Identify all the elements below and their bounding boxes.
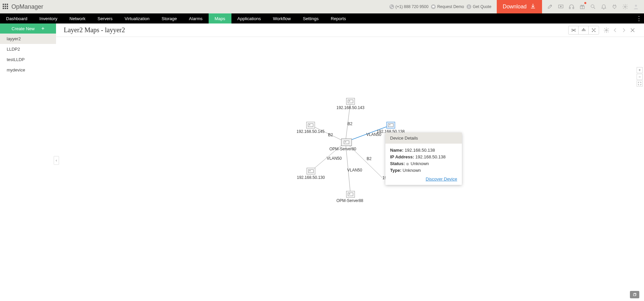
node-label: OPM-Server88 (336, 198, 363, 203)
tool-icons (545, 0, 641, 13)
plug-icon[interactable] (609, 0, 620, 13)
nav-item-storage[interactable]: Storage (156, 13, 183, 23)
map-node[interactable] (341, 139, 352, 146)
apps-grid-icon[interactable] (3, 4, 9, 10)
main-nav: DashboardInventoryNetworkServersVirtuali… (0, 13, 644, 23)
create-new-button[interactable]: Create New + (0, 23, 56, 34)
nav-item-virtualization[interactable]: Virtualization (119, 13, 156, 23)
top-bar: OpManager (+1) 888 720 9500 Request Demo… (0, 0, 644, 13)
footer-restore-icon[interactable] (630, 291, 639, 298)
layout-tree-icon[interactable] (579, 26, 589, 34)
svg-rect-31 (634, 294, 636, 296)
phone-link[interactable]: (+1) 888 720 9500 (389, 4, 428, 9)
layout-hier-icon[interactable] (589, 26, 599, 34)
demo-icon (431, 4, 436, 9)
phone-icon (389, 4, 394, 9)
map-node[interactable] (306, 122, 315, 129)
device-details-popover: Device Details Name: 192.168.50.138 IP A… (385, 133, 462, 185)
node-label: 192.168.50.143 (336, 105, 364, 110)
header-actions (568, 26, 637, 35)
node-label: 192.168.50.145 (297, 129, 324, 134)
nav-item-applications[interactable]: Applications (231, 13, 267, 23)
nav-item-network[interactable]: Network (63, 13, 92, 23)
bell-icon[interactable] (598, 0, 609, 13)
sidebar-item-lldp2[interactable]: LLDP2 (0, 44, 56, 54)
nav-item-dashboard[interactable]: Dashboard (0, 13, 34, 23)
search-icon[interactable] (588, 0, 598, 13)
layout-radial-icon[interactable] (569, 26, 579, 34)
sidebar: Create New + layyer2LLDP2testLLDPmydevic… (0, 23, 56, 301)
prev-icon[interactable] (611, 26, 619, 34)
plus-icon: + (41, 26, 44, 32)
top-right-links: (+1) 888 720 9500 Request Demo Get Quote… (389, 0, 641, 13)
create-new-label: Create New (12, 26, 35, 31)
popover-status-row: Status: Unknown (390, 161, 457, 166)
svg-rect-4 (569, 7, 570, 9)
settings-icon[interactable] (602, 26, 610, 34)
edge-label: B2 (328, 133, 333, 137)
phone-text: (+1) 888 720 9500 (395, 4, 428, 9)
presentation-icon[interactable] (555, 0, 566, 13)
map-node[interactable] (346, 191, 355, 198)
next-icon[interactable] (620, 26, 628, 34)
edge-label: VLAN50 (347, 168, 362, 172)
svg-point-24 (606, 29, 607, 31)
discover-device-link[interactable]: Discover Device (426, 177, 457, 182)
gift-icon[interactable] (577, 0, 588, 13)
svg-point-7 (591, 5, 594, 8)
sidebar-item-layyer2[interactable]: layyer2 (0, 34, 56, 44)
svg-point-8 (625, 6, 626, 8)
svg-rect-0 (432, 6, 435, 7)
edge-label: B2 (347, 121, 353, 126)
edge-label: B2 (367, 156, 372, 161)
sidebar-item-mydevice[interactable]: mydevice (0, 65, 56, 75)
zoom-in-button[interactable]: + (637, 67, 643, 73)
get-quote-link[interactable]: Get Quote (467, 4, 491, 9)
nav-item-settings[interactable]: Settings (297, 13, 325, 23)
download-button[interactable]: Download (497, 0, 542, 13)
get-quote-text: Get Quote (473, 4, 491, 9)
sidebar-item-testlldp[interactable]: testLLDP (0, 54, 56, 65)
layout-actions (568, 26, 599, 35)
svg-point-2 (469, 6, 470, 7)
map-node[interactable] (346, 98, 355, 105)
node-label: 192.168.50.130 (297, 175, 325, 180)
map-canvas[interactable]: B2B2VLAN50VLAN50VLAN50B2192.168.50.14319… (56, 37, 644, 301)
nav-item-servers[interactable]: Servers (92, 13, 119, 23)
gear-icon[interactable] (620, 0, 631, 13)
download-label: Download (503, 4, 527, 10)
sidebar-collapse-handle[interactable]: ‹ (54, 156, 59, 165)
nav-item-alarms[interactable]: Alarms (183, 13, 208, 23)
zoom-out-button[interactable]: − (637, 74, 643, 80)
nav-item-inventory[interactable]: Inventory (34, 13, 63, 23)
request-demo-text: Request Demo (437, 4, 464, 9)
quote-icon (467, 4, 471, 9)
map-node[interactable] (386, 122, 395, 129)
request-demo-link[interactable]: Request Demo (431, 4, 464, 9)
page-title: Layer2 Maps - layyer2 (64, 26, 125, 34)
nav-item-maps[interactable]: Maps (209, 13, 231, 23)
headset-icon[interactable] (566, 0, 577, 13)
map-node[interactable] (307, 168, 315, 174)
popover-ip-row: IP Address: 192.168.50.138 (390, 154, 457, 159)
popover-type-row: Type: Unknown (390, 168, 457, 173)
nav-more-icon[interactable]: ⋮ (634, 13, 644, 23)
node-label: OPM-Server80 (329, 147, 356, 151)
nav-item-reports[interactable]: Reports (325, 13, 352, 23)
zoom-controls: + − (637, 67, 643, 87)
close-icon[interactable] (629, 26, 637, 34)
svg-rect-5 (573, 7, 574, 9)
popover-name-row: Name: 192.168.50.138 (390, 148, 457, 153)
rocket-icon[interactable] (545, 0, 555, 13)
logo-text: OpManager (11, 3, 43, 10)
download-icon (530, 3, 536, 10)
svg-point-9 (635, 5, 637, 7)
popover-title: Device Details (385, 133, 462, 144)
status-dot-icon (406, 163, 409, 165)
nav-item-workflow[interactable]: Workflow (267, 13, 297, 23)
user-icon[interactable] (631, 0, 641, 13)
content-header: Layer2 Maps - layyer2 (56, 23, 644, 37)
edge-label: VLAN50 (327, 156, 342, 161)
zoom-fit-button[interactable] (637, 81, 643, 87)
content-area: Layer2 Maps - layyer2 B2B2VLAN50VLAN50VL… (56, 23, 644, 301)
